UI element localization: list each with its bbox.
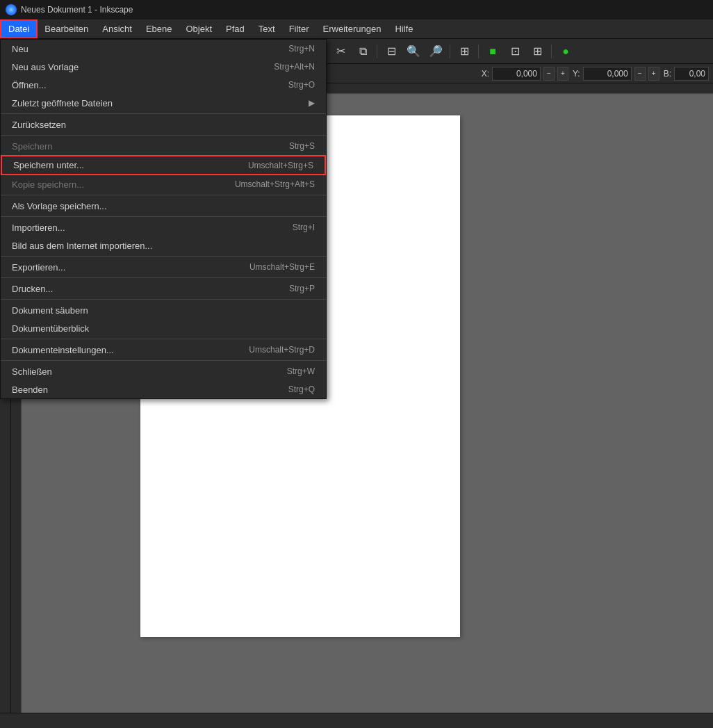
menu-item-drucken[interactable]: Drucken...Strg+P — [1, 280, 326, 298]
menu-separator — [1, 135, 326, 136]
menu-item-shortcut: Strg+W — [287, 366, 315, 376]
menubar-item-pfad[interactable]: Pfad — [219, 19, 252, 38]
menu-item-label: Speichern — [12, 141, 53, 152]
menu-item-internet-importieren[interactable]: Bild aus dem Internet importieren... — [1, 236, 326, 254]
menu-separator — [1, 299, 326, 300]
titlebar: Neues Dokument 1 - Inkscape — [0, 0, 713, 19]
menubar-item-ebene[interactable]: Ebene — [139, 19, 179, 38]
b-label: B: — [664, 69, 671, 79]
y-coord-group: Y: − + — [573, 67, 659, 81]
file-menu-dropdown: NeuStrg+NNeu aus VorlageStrg+Alt+NÖffnen… — [0, 39, 327, 399]
menu-item-neu[interactable]: NeuStrg+N — [1, 40, 326, 58]
menubar-item-erweiterungen[interactable]: Erweiterungen — [316, 19, 388, 38]
menu-item-label: Speichern unter... — [13, 160, 84, 170]
x-increment[interactable]: + — [557, 67, 568, 81]
menu-item-shortcut: Strg+Q — [288, 385, 315, 394]
app-icon — [6, 4, 17, 15]
menu-item-label: Drucken... — [12, 284, 53, 294]
menu-item-label: Importieren... — [12, 223, 65, 233]
zoom-fit-page-icon[interactable]: ⊟ — [382, 42, 401, 61]
toolbar-separator — [551, 45, 552, 58]
menu-item-speichern[interactable]: SpeichernStrg+S — [1, 137, 326, 155]
menu-item-neu-vorlage[interactable]: Neu aus VorlageStrg+Alt+N — [1, 58, 326, 76]
menu-separator — [1, 256, 326, 257]
cut-icon[interactable]: ✂ — [331, 42, 350, 61]
menu-item-shortcut: Umschalt+Strg+S — [248, 161, 313, 170]
menu-item-shortcut: Strg+O — [288, 80, 315, 90]
submenu-arrow-icon: ▶ — [309, 98, 315, 108]
rect-green-icon[interactable]: ■ — [483, 42, 502, 61]
menu-item-dokument-ueberblick[interactable]: Dokumentüberblick — [1, 319, 326, 337]
y-increment[interactable]: + — [648, 67, 659, 81]
menu-separator — [1, 339, 326, 339]
menu-item-shortcut: Strg+Alt+N — [274, 62, 315, 72]
menu-item-shortcut: Strg+S — [289, 141, 315, 151]
menu-item-dokument-saeuber[interactable]: Dokument säubern — [1, 301, 326, 319]
toolbar: ✂⧉⊟🔍🔎⊞■⊡⊞● — [327, 39, 713, 64]
menu-item-shortcut: Strg+N — [288, 44, 315, 54]
menu-item-kopie-speichern[interactable]: Kopie speichern...Umschalt+Strg+Alt+S — [1, 175, 326, 193]
snap2-icon[interactable]: ⊞ — [527, 42, 547, 61]
y-decrement[interactable]: − — [634, 67, 646, 81]
menu-item-beenden[interactable]: BeendenStrg+Q — [1, 380, 326, 398]
menu-separator — [1, 277, 326, 278]
menu-item-label: Öffnen... — [12, 80, 47, 90]
menu-item-label: Schließen — [12, 366, 52, 377]
menubar-item-bearbeiten[interactable]: Bearbeiten — [38, 19, 95, 38]
menubar-item-hilfe[interactable]: Hilfe — [388, 19, 420, 38]
menu-item-label: Neu — [12, 44, 28, 54]
menu-item-label: Neu aus Vorlage — [12, 62, 79, 72]
x-decrement[interactable]: − — [543, 67, 555, 81]
menu-item-shortcut: Umschalt+Strg+E — [249, 262, 315, 272]
statusbar — [0, 713, 713, 728]
x-input[interactable] — [492, 67, 541, 81]
user-icon[interactable]: ● — [556, 42, 575, 61]
menu-item-oeffnen[interactable]: Öffnen...Strg+O — [1, 76, 326, 94]
menu-item-label: Dokument säubern — [12, 305, 88, 316]
y-input[interactable] — [583, 67, 632, 81]
menu-separator — [1, 113, 326, 114]
menu-item-shortcut: Strg+P — [289, 284, 315, 293]
menu-item-zuletzt[interactable]: Zuletzt geöffnete Dateien▶ — [1, 94, 326, 112]
menubar-item-objekt[interactable]: Objekt — [179, 19, 219, 38]
menu-item-shortcut: Strg+I — [293, 223, 315, 232]
new-window-icon[interactable]: ⊞ — [454, 42, 474, 61]
y-label: Y: — [573, 69, 580, 79]
menu-item-shortcut: Umschalt+Strg+Alt+S — [235, 179, 315, 189]
menu-separator — [1, 360, 326, 361]
menubar-item-text[interactable]: Text — [252, 19, 282, 38]
menu-separator — [1, 195, 326, 195]
menu-item-importieren[interactable]: Importieren...Strg+I — [1, 218, 326, 236]
copy-icon[interactable]: ⧉ — [353, 42, 372, 61]
window-title: Neues Dokument 1 - Inkscape — [21, 5, 133, 15]
toolbar-separator — [450, 45, 450, 58]
toolbar-separator — [478, 45, 479, 58]
x-label: X: — [482, 69, 489, 79]
menu-item-label: Dokumentüberblick — [12, 323, 89, 334]
x-coord-group: X: − + — [482, 67, 568, 81]
menu-item-label: Beenden — [12, 385, 48, 395]
zoom-out-icon[interactable]: 🔎 — [426, 42, 445, 61]
snap1-icon[interactable]: ⊡ — [505, 42, 525, 61]
zoom-in-icon[interactable]: 🔍 — [404, 42, 423, 61]
menubar-item-datei[interactable]: Datei — [0, 19, 38, 38]
menu-item-vorlage-speichern[interactable]: Als Vorlage speichern... — [1, 197, 326, 215]
menu-item-label: Bild aus dem Internet importieren... — [12, 241, 152, 251]
menu-item-exportieren[interactable]: Exportieren...Umschalt+Strg+E — [1, 258, 326, 276]
b-input[interactable] — [674, 67, 709, 81]
menu-item-zuruecksetzen[interactable]: Zurücksetzen — [1, 115, 326, 134]
toolbar-separator — [377, 45, 377, 58]
menu-item-label: Als Vorlage speichern... — [12, 201, 107, 211]
b-coord-group: B: — [664, 67, 709, 81]
menu-item-label: Zurücksetzen — [12, 120, 66, 130]
menu-item-dokumenteinstellungen[interactable]: Dokumenteinstellungen...Umschalt+Strg+D — [1, 341, 326, 359]
menu-item-schliessen[interactable]: SchließenStrg+W — [1, 362, 326, 380]
menu-item-label: Zuletzt geöffnete Dateien — [12, 98, 113, 108]
menu-item-speichern-unter[interactable]: Speichern unter...Umschalt+Strg+S — [1, 155, 326, 175]
menu-item-label: Exportieren... — [12, 262, 65, 273]
menubar-item-ansicht[interactable]: Ansicht — [95, 19, 139, 38]
menu-item-label: Kopie speichern... — [12, 179, 84, 190]
menubar-item-filter[interactable]: Filter — [282, 19, 316, 38]
menu-item-shortcut: Umschalt+Strg+D — [249, 345, 315, 355]
menu-separator — [1, 216, 326, 217]
